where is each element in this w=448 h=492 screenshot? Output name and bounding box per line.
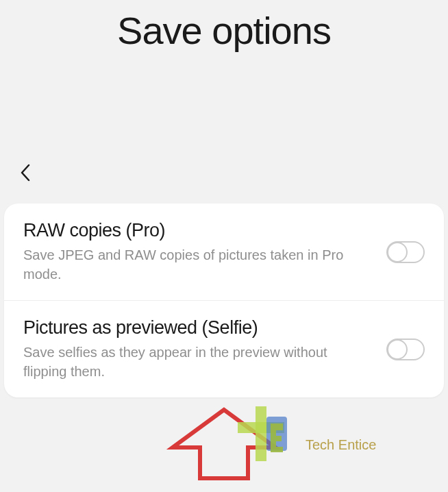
svg-point-1 <box>388 243 407 262</box>
setting-raw-copies[interactable]: RAW copies (Pro) Save JPEG and RAW copie… <box>4 204 444 300</box>
setting-title-previewed: Pictures as previewed (Selfie) <box>23 317 373 339</box>
back-button[interactable] <box>19 162 33 183</box>
svg-point-3 <box>388 340 407 359</box>
setting-description-previewed: Save selfies as they appear in the previ… <box>23 343 373 381</box>
svg-rect-4 <box>256 406 266 461</box>
setting-pictures-previewed[interactable]: Pictures as previewed (Selfie) Save self… <box>4 300 444 397</box>
watermark: Tech Entice <box>166 403 282 485</box>
setting-title-raw: RAW copies (Pro) <box>23 220 373 241</box>
setting-text: Pictures as previewed (Selfie) Save self… <box>23 317 386 381</box>
chevron-left-icon <box>19 162 33 183</box>
svg-rect-6 <box>266 417 287 451</box>
setting-text: RAW copies (Pro) Save JPEG and RAW copie… <box>23 220 386 284</box>
toggle-off-icon <box>386 241 425 263</box>
setting-description-raw: Save JPEG and RAW copies of pictures tak… <box>23 245 373 284</box>
header-bar <box>0 162 448 183</box>
logo-icon <box>238 403 299 465</box>
toggle-pictures-previewed[interactable] <box>386 339 425 360</box>
toggle-off-icon <box>386 339 425 360</box>
page-title: Save options <box>0 0 448 94</box>
watermark-text: Tech Entice <box>306 437 376 453</box>
settings-card: RAW copies (Pro) Save JPEG and RAW copie… <box>4 204 444 397</box>
toggle-raw-copies[interactable] <box>386 241 425 263</box>
